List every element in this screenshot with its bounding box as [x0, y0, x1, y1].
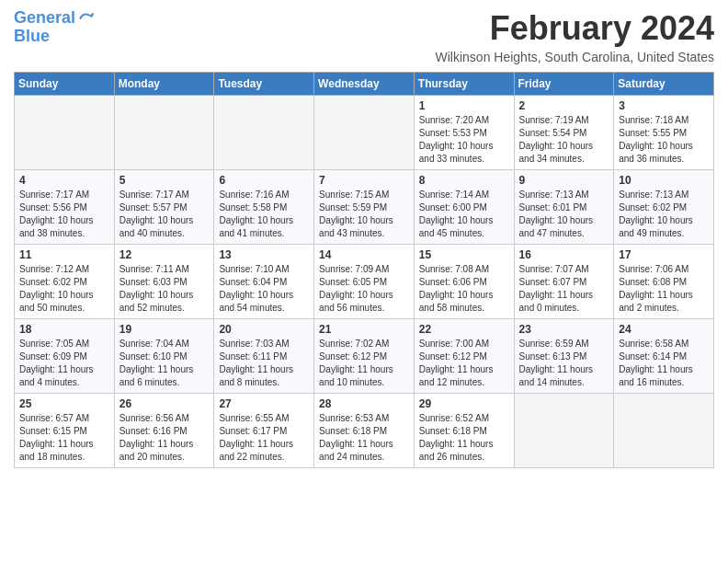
day-info: Sunrise: 7:06 AM Sunset: 6:08 PM Dayligh…: [619, 263, 709, 315]
day-number: 16: [519, 248, 609, 261]
day-number: 22: [419, 323, 509, 336]
calendar-cell: 8Sunrise: 7:14 AM Sunset: 6:00 PM Daylig…: [414, 170, 514, 245]
day-info: Sunrise: 7:14 AM Sunset: 6:00 PM Dayligh…: [419, 189, 509, 240]
day-info: Sunrise: 7:11 AM Sunset: 6:03 PM Dayligh…: [119, 263, 210, 315]
day-info: Sunrise: 6:55 AM Sunset: 6:17 PM Dayligh…: [219, 412, 309, 464]
calendar-cell: 13Sunrise: 7:10 AM Sunset: 6:04 PM Dayli…: [214, 245, 314, 319]
calendar-cell: 3Sunrise: 7:18 AM Sunset: 5:55 PM Daylig…: [614, 96, 714, 170]
calendar-week-row: 18Sunrise: 7:05 AM Sunset: 6:09 PM Dayli…: [15, 319, 714, 394]
logo: General Blue: [14, 9, 96, 46]
day-number: 24: [619, 323, 709, 336]
day-info: Sunrise: 7:13 AM Sunset: 6:02 PM Dayligh…: [619, 189, 709, 240]
day-number: 5: [119, 174, 210, 187]
day-info: Sunrise: 7:02 AM Sunset: 6:12 PM Dayligh…: [319, 338, 409, 389]
calendar-cell: 28Sunrise: 6:53 AM Sunset: 6:18 PM Dayli…: [314, 394, 415, 468]
logo-blue: Blue: [14, 28, 96, 46]
day-number: 20: [219, 323, 309, 336]
calendar-cell: [514, 394, 614, 468]
calendar-cell: 2Sunrise: 7:19 AM Sunset: 5:54 PM Daylig…: [514, 96, 614, 170]
day-number: 26: [119, 397, 210, 410]
calendar-cell: 22Sunrise: 7:00 AM Sunset: 6:12 PM Dayli…: [414, 319, 514, 394]
day-info: Sunrise: 7:13 AM Sunset: 6:01 PM Dayligh…: [519, 189, 609, 240]
calendar-cell: 15Sunrise: 7:08 AM Sunset: 6:06 PM Dayli…: [414, 245, 514, 319]
day-number: 19: [119, 323, 210, 336]
day-number: 23: [519, 323, 609, 336]
calendar-cell: 19Sunrise: 7:04 AM Sunset: 6:10 PM Dayli…: [114, 319, 214, 394]
calendar-cell: 7Sunrise: 7:15 AM Sunset: 5:59 PM Daylig…: [314, 170, 415, 245]
day-info: Sunrise: 7:04 AM Sunset: 6:10 PM Dayligh…: [119, 338, 210, 389]
day-info: Sunrise: 6:52 AM Sunset: 6:18 PM Dayligh…: [419, 412, 509, 464]
calendar-cell: [314, 96, 415, 170]
calendar-week-row: 25Sunrise: 6:57 AM Sunset: 6:15 PM Dayli…: [15, 394, 714, 468]
calendar-header-thursday: Thursday: [414, 73, 514, 96]
subtitle: Wilkinson Heights, South Carolina, Unite…: [436, 50, 714, 64]
day-info: Sunrise: 6:57 AM Sunset: 6:15 PM Dayligh…: [19, 412, 109, 464]
main-title: February 2024: [436, 9, 714, 48]
calendar-cell: [114, 96, 214, 170]
calendar-cell: 26Sunrise: 6:56 AM Sunset: 6:16 PM Dayli…: [114, 394, 214, 468]
day-number: 11: [19, 248, 109, 261]
calendar-cell: 6Sunrise: 7:16 AM Sunset: 5:58 PM Daylig…: [214, 170, 314, 245]
day-number: 28: [319, 397, 409, 410]
day-info: Sunrise: 7:20 AM Sunset: 5:53 PM Dayligh…: [419, 114, 509, 166]
day-info: Sunrise: 7:17 AM Sunset: 5:56 PM Dayligh…: [19, 189, 109, 240]
day-info: Sunrise: 7:09 AM Sunset: 6:05 PM Dayligh…: [319, 263, 409, 315]
day-info: Sunrise: 7:03 AM Sunset: 6:11 PM Dayligh…: [219, 338, 309, 389]
calendar-week-row: 11Sunrise: 7:12 AM Sunset: 6:02 PM Dayli…: [15, 245, 714, 319]
day-info: Sunrise: 7:08 AM Sunset: 6:06 PM Dayligh…: [419, 263, 509, 315]
calendar-cell: [614, 394, 714, 468]
day-info: Sunrise: 7:07 AM Sunset: 6:07 PM Dayligh…: [519, 263, 609, 315]
day-number: 7: [319, 174, 409, 187]
calendar-cell: [15, 96, 115, 170]
calendar-cell: 4Sunrise: 7:17 AM Sunset: 5:56 PM Daylig…: [15, 170, 115, 245]
calendar-header-row: SundayMondayTuesdayWednesdayThursdayFrid…: [15, 73, 714, 96]
day-number: 25: [19, 397, 109, 410]
calendar-cell: 21Sunrise: 7:02 AM Sunset: 6:12 PM Dayli…: [314, 319, 415, 394]
day-number: 4: [19, 174, 109, 187]
calendar-cell: 11Sunrise: 7:12 AM Sunset: 6:02 PM Dayli…: [15, 245, 115, 319]
day-number: 29: [419, 397, 509, 410]
day-number: 3: [619, 99, 709, 112]
calendar-cell: 5Sunrise: 7:17 AM Sunset: 5:57 PM Daylig…: [114, 170, 214, 245]
calendar-cell: 20Sunrise: 7:03 AM Sunset: 6:11 PM Dayli…: [214, 319, 314, 394]
calendar-cell: 17Sunrise: 7:06 AM Sunset: 6:08 PM Dayli…: [614, 245, 714, 319]
day-info: Sunrise: 7:16 AM Sunset: 5:58 PM Dayligh…: [219, 189, 309, 240]
calendar-cell: 27Sunrise: 6:55 AM Sunset: 6:17 PM Dayli…: [214, 394, 314, 468]
calendar-cell: 23Sunrise: 6:59 AM Sunset: 6:13 PM Dayli…: [514, 319, 614, 394]
calendar: SundayMondayTuesdayWednesdayThursdayFrid…: [14, 72, 714, 468]
day-number: 14: [319, 248, 409, 261]
calendar-cell: 24Sunrise: 6:58 AM Sunset: 6:14 PM Dayli…: [614, 319, 714, 394]
day-number: 9: [519, 174, 609, 187]
calendar-cell: 9Sunrise: 7:13 AM Sunset: 6:01 PM Daylig…: [514, 170, 614, 245]
day-number: 13: [219, 248, 309, 261]
calendar-header-sunday: Sunday: [15, 73, 115, 96]
calendar-week-row: 4Sunrise: 7:17 AM Sunset: 5:56 PM Daylig…: [15, 170, 714, 245]
day-info: Sunrise: 7:17 AM Sunset: 5:57 PM Dayligh…: [119, 189, 210, 240]
calendar-cell: 14Sunrise: 7:09 AM Sunset: 6:05 PM Dayli…: [314, 245, 415, 319]
calendar-cell: 12Sunrise: 7:11 AM Sunset: 6:03 PM Dayli…: [114, 245, 214, 319]
day-info: Sunrise: 7:10 AM Sunset: 6:04 PM Dayligh…: [219, 263, 309, 315]
day-number: 18: [19, 323, 109, 336]
day-info: Sunrise: 6:59 AM Sunset: 6:13 PM Dayligh…: [519, 338, 609, 389]
day-info: Sunrise: 7:12 AM Sunset: 6:02 PM Dayligh…: [19, 263, 109, 315]
day-number: 6: [219, 174, 309, 187]
day-info: Sunrise: 6:58 AM Sunset: 6:14 PM Dayligh…: [619, 338, 709, 389]
calendar-header-friday: Friday: [514, 73, 614, 96]
calendar-cell: [214, 96, 314, 170]
day-number: 8: [419, 174, 509, 187]
day-number: 12: [119, 248, 210, 261]
day-info: Sunrise: 7:18 AM Sunset: 5:55 PM Dayligh…: [619, 114, 709, 166]
day-number: 1: [419, 99, 509, 112]
day-info: Sunrise: 6:53 AM Sunset: 6:18 PM Dayligh…: [319, 412, 409, 464]
day-info: Sunrise: 7:19 AM Sunset: 5:54 PM Dayligh…: [519, 114, 609, 166]
calendar-header-tuesday: Tuesday: [214, 73, 314, 96]
day-number: 21: [319, 323, 409, 336]
calendar-cell: 25Sunrise: 6:57 AM Sunset: 6:15 PM Dayli…: [15, 394, 115, 468]
calendar-header-wednesday: Wednesday: [314, 73, 415, 96]
page: General Blue February 2024 Wilkinson Hei…: [0, 0, 728, 563]
day-info: Sunrise: 7:00 AM Sunset: 6:12 PM Dayligh…: [419, 338, 509, 389]
calendar-cell: 29Sunrise: 6:52 AM Sunset: 6:18 PM Dayli…: [414, 394, 514, 468]
calendar-cell: 16Sunrise: 7:07 AM Sunset: 6:07 PM Dayli…: [514, 245, 614, 319]
calendar-header-monday: Monday: [114, 73, 214, 96]
day-info: Sunrise: 7:05 AM Sunset: 6:09 PM Dayligh…: [19, 338, 109, 389]
